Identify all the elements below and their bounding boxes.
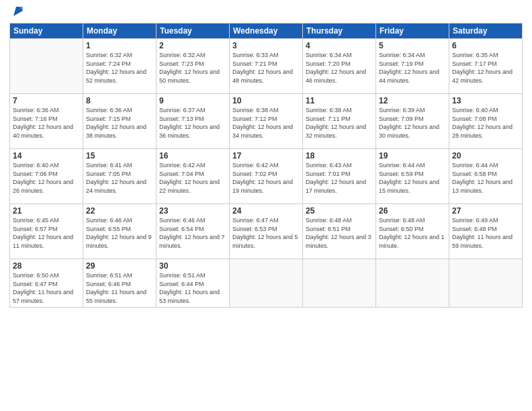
calendar-cell [449,259,523,308]
day-number: 11 [306,96,373,105]
day-info: Sunrise: 6:36 AMSunset: 7:16 PMDaylight:… [13,106,80,140]
calendar-cell: 25Sunrise: 6:48 AMSunset: 6:51 PMDayligh… [303,204,376,259]
calendar-cell [10,39,83,94]
day-info: Sunrise: 6:42 AMSunset: 7:02 PMDaylight:… [232,161,300,195]
calendar-cell [303,259,376,308]
day-number: 21 [13,206,80,216]
day-number: 8 [86,96,153,105]
day-info: Sunrise: 6:36 AMSunset: 7:15 PMDaylight:… [86,106,153,140]
day-info: Sunrise: 6:37 AMSunset: 7:13 PMDaylight:… [159,106,226,140]
day-info: Sunrise: 6:48 AMSunset: 6:50 PMDaylight:… [379,216,446,250]
day-number: 13 [452,96,519,105]
calendar-cell: 9Sunrise: 6:37 AMSunset: 7:13 PMDaylight… [157,94,230,149]
calendar-cell: 11Sunrise: 6:38 AMSunset: 7:11 PMDayligh… [303,94,376,149]
calendar-table: SundayMondayTuesdayWednesdayThursdayFrid… [9,23,523,308]
day-number: 19 [379,151,446,161]
calendar-cell: 7Sunrise: 6:36 AMSunset: 7:16 PMDaylight… [10,94,83,149]
day-info: Sunrise: 6:46 AMSunset: 6:54 PMDaylight:… [159,216,226,250]
day-number: 1 [86,41,153,50]
weekday-header-friday: Friday [376,24,449,39]
day-info: Sunrise: 6:32 AMSunset: 7:24 PMDaylight:… [86,51,153,85]
calendar-cell: 10Sunrise: 6:38 AMSunset: 7:12 PMDayligh… [230,94,303,149]
day-info: Sunrise: 6:34 AMSunset: 7:19 PMDaylight:… [379,51,446,85]
day-info: Sunrise: 6:39 AMSunset: 7:09 PMDaylight:… [379,106,446,140]
day-info: Sunrise: 6:44 AMSunset: 6:58 PMDaylight:… [452,161,519,195]
day-info: Sunrise: 6:32 AMSunset: 7:23 PMDaylight:… [159,51,226,85]
calendar-cell: 16Sunrise: 6:42 AMSunset: 7:04 PMDayligh… [157,149,230,204]
day-info: Sunrise: 6:41 AMSunset: 7:05 PMDaylight:… [86,161,153,195]
calendar-cell: 13Sunrise: 6:40 AMSunset: 7:08 PMDayligh… [449,94,523,149]
header [9,7,523,19]
day-info: Sunrise: 6:50 AMSunset: 6:47 PMDaylight:… [13,271,80,305]
day-number: 10 [232,96,300,105]
weekday-header-thursday: Thursday [303,24,376,39]
page: SundayMondayTuesdayWednesdayThursdayFrid… [0,0,532,411]
calendar-cell: 17Sunrise: 6:42 AMSunset: 7:02 PMDayligh… [230,149,303,204]
day-number: 2 [159,41,226,50]
calendar-cell: 18Sunrise: 6:43 AMSunset: 7:01 PMDayligh… [303,149,376,204]
day-info: Sunrise: 6:40 AMSunset: 7:08 PMDaylight:… [452,106,519,140]
day-number: 20 [452,151,519,161]
day-number: 14 [13,151,80,161]
calendar-week-2: 7Sunrise: 6:36 AMSunset: 7:16 PMDaylight… [10,94,523,149]
calendar-cell: 3Sunrise: 6:33 AMSunset: 7:21 PMDaylight… [230,39,303,94]
day-number: 16 [159,151,226,161]
day-info: Sunrise: 6:49 AMSunset: 6:48 PMDaylight:… [452,216,519,250]
weekday-header-tuesday: Tuesday [157,24,230,39]
calendar-week-1: 1Sunrise: 6:32 AMSunset: 7:24 PMDaylight… [10,39,523,94]
day-number: 15 [86,151,153,161]
day-info: Sunrise: 6:48 AMSunset: 6:51 PMDaylight:… [306,216,373,250]
calendar-cell: 21Sunrise: 6:45 AMSunset: 6:57 PMDayligh… [10,204,83,259]
calendar-cell [376,259,449,308]
day-info: Sunrise: 6:34 AMSunset: 7:20 PMDaylight:… [306,51,373,85]
day-number: 3 [232,41,300,50]
day-info: Sunrise: 6:40 AMSunset: 7:06 PMDaylight:… [13,161,80,195]
calendar-cell: 1Sunrise: 6:32 AMSunset: 7:24 PMDaylight… [83,39,157,94]
weekday-header-row: SundayMondayTuesdayWednesdayThursdayFrid… [10,24,523,39]
calendar-cell: 4Sunrise: 6:34 AMSunset: 7:20 PMDaylight… [303,39,376,94]
day-number: 12 [379,96,446,105]
day-number: 29 [86,261,153,271]
calendar-cell: 15Sunrise: 6:41 AMSunset: 7:05 PMDayligh… [83,149,157,204]
day-info: Sunrise: 6:42 AMSunset: 7:04 PMDaylight:… [159,161,226,195]
calendar-cell: 14Sunrise: 6:40 AMSunset: 7:06 PMDayligh… [10,149,83,204]
day-number: 24 [232,206,300,216]
day-number: 25 [306,206,373,216]
calendar-cell: 8Sunrise: 6:36 AMSunset: 7:15 PMDaylight… [83,94,157,149]
calendar-cell: 29Sunrise: 6:51 AMSunset: 6:46 PMDayligh… [83,259,157,308]
day-number: 30 [159,261,226,271]
day-number: 4 [306,41,373,50]
day-number: 17 [232,151,300,161]
day-info: Sunrise: 6:47 AMSunset: 6:53 PMDaylight:… [232,216,300,250]
calendar-week-5: 28Sunrise: 6:50 AMSunset: 6:47 PMDayligh… [10,259,523,308]
day-info: Sunrise: 6:35 AMSunset: 7:17 PMDaylight:… [452,51,519,85]
calendar-cell: 5Sunrise: 6:34 AMSunset: 7:19 PMDaylight… [376,39,449,94]
day-info: Sunrise: 6:46 AMSunset: 6:55 PMDaylight:… [86,216,153,250]
calendar-week-4: 21Sunrise: 6:45 AMSunset: 6:57 PMDayligh… [10,204,523,259]
logo [9,7,26,19]
day-info: Sunrise: 6:33 AMSunset: 7:21 PMDaylight:… [232,51,300,85]
day-info: Sunrise: 6:51 AMSunset: 6:46 PMDaylight:… [86,271,153,305]
weekday-header-wednesday: Wednesday [230,24,303,39]
calendar-cell: 12Sunrise: 6:39 AMSunset: 7:09 PMDayligh… [376,94,449,149]
day-number: 18 [306,151,373,161]
day-number: 23 [159,206,226,216]
day-number: 28 [13,261,80,271]
calendar-cell: 28Sunrise: 6:50 AMSunset: 6:47 PMDayligh… [10,259,83,308]
day-number: 9 [159,96,226,105]
calendar-cell [230,259,303,308]
day-number: 6 [452,41,519,50]
day-number: 26 [379,206,446,216]
day-number: 5 [379,41,446,50]
day-number: 7 [13,96,80,105]
day-number: 27 [452,206,519,216]
day-info: Sunrise: 6:44 AMSunset: 6:59 PMDaylight:… [379,161,446,195]
calendar-cell: 6Sunrise: 6:35 AMSunset: 7:17 PMDaylight… [449,39,523,94]
calendar-week-3: 14Sunrise: 6:40 AMSunset: 7:06 PMDayligh… [10,149,523,204]
day-info: Sunrise: 6:45 AMSunset: 6:57 PMDaylight:… [13,216,80,250]
weekday-header-saturday: Saturday [449,24,523,39]
calendar-cell: 30Sunrise: 6:51 AMSunset: 6:44 PMDayligh… [157,259,230,308]
day-number: 22 [86,206,153,216]
weekday-header-sunday: Sunday [10,24,83,39]
calendar-cell: 26Sunrise: 6:48 AMSunset: 6:50 PMDayligh… [376,204,449,259]
